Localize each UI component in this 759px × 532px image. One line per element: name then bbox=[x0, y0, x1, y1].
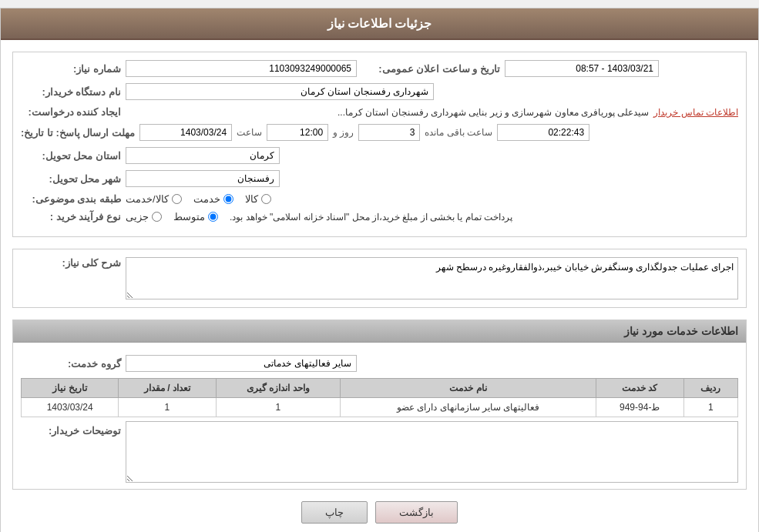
city-input[interactable] bbox=[126, 170, 280, 187]
purchase-type-row: نوع فرآیند خرید : جزیی متوسط پرداخت تمام… bbox=[21, 211, 738, 223]
buyer-notes-textarea[interactable] bbox=[126, 421, 738, 483]
action-buttons: بازگشت چاپ bbox=[12, 501, 747, 524]
print-button[interactable]: چاپ bbox=[301, 501, 368, 524]
need-description-textarea[interactable] bbox=[126, 257, 738, 299]
service-group-label: گروه خدمت: bbox=[21, 358, 121, 370]
announcement-value-input[interactable] bbox=[505, 60, 659, 77]
services-table: ردیف کد خدمت نام خدمت واحد اندازه گیری ت… bbox=[21, 378, 738, 417]
page-title: جزئیات اطلاعات نیاز bbox=[1, 8, 758, 40]
category-kala-label: کالا bbox=[245, 193, 258, 205]
category-kala-radio[interactable] bbox=[261, 194, 271, 204]
cell-unit: 1 bbox=[216, 398, 341, 417]
services-table-section: ردیف کد خدمت نام خدمت واحد اندازه گیری ت… bbox=[21, 378, 738, 417]
need-number-label: شماره نیاز: bbox=[21, 63, 121, 75]
deadline-label: مهلت ارسال پاسخ: تا تاریخ: bbox=[21, 127, 135, 139]
main-info-section: شماره نیاز: تاریخ و ساعت اعلان عمومی: نا… bbox=[12, 52, 747, 237]
category-khadamat-label: خدمت bbox=[193, 193, 220, 205]
services-section-title: اطلاعات خدمات مورد نیاز bbox=[13, 320, 746, 343]
need-description-section: شرح کلی نیاز: bbox=[12, 249, 747, 308]
service-group-input[interactable] bbox=[126, 355, 357, 372]
category-row: طبقه بندی موضوعی: کالا/خدمت خدمت کالا bbox=[21, 193, 738, 205]
province-row: استان محل تحویل: bbox=[21, 147, 738, 164]
cell-need-date: 1403/03/24 bbox=[22, 398, 119, 417]
content-area: شماره نیاز: تاریخ و ساعت اعلان عمومی: نا… bbox=[1, 40, 758, 532]
buyer-notes-section: توضیحات خریدار: bbox=[21, 421, 738, 483]
remaining-time-label: ساعت باقی مانده bbox=[425, 127, 492, 138]
buyer-name-input[interactable] bbox=[126, 83, 434, 100]
creator-link[interactable]: اطلاعات تماس خریدار bbox=[653, 107, 738, 118]
deadline-time-input[interactable] bbox=[267, 124, 328, 141]
creator-row: ایجاد کننده درخواست: سیدعلی پوریافری معا… bbox=[21, 106, 738, 118]
back-button[interactable]: بازگشت bbox=[375, 501, 458, 524]
col-service-code: کد خدمت bbox=[596, 379, 683, 398]
creator-label: ایجاد کننده درخواست: bbox=[21, 106, 121, 118]
purchase-motavaset-label: متوسط bbox=[173, 211, 205, 223]
need-number-input[interactable] bbox=[126, 60, 357, 77]
creator-value: سیدعلی پوریافری معاون شهرسازی و زیر بنای… bbox=[126, 107, 649, 118]
services-body: گروه خدمت: ردیف کد خدمت نام خدمت واحد ان… bbox=[13, 349, 746, 489]
main-info-body: شماره نیاز: تاریخ و ساعت اعلان عمومی: نا… bbox=[13, 52, 746, 236]
category-label: طبقه بندی موضوعی: bbox=[21, 193, 121, 205]
purchase-type-label: نوع فرآیند خرید : bbox=[21, 211, 121, 223]
purchase-type-group: جزیی متوسط پرداخت تمام یا بخشی از مبلغ خ… bbox=[126, 211, 738, 223]
deadline-days-label: روز و bbox=[333, 127, 354, 138]
announcement-row: شماره نیاز: تاریخ و ساعت اعلان عمومی: bbox=[21, 60, 738, 77]
buyer-name-label: نام دستگاه خریدار: bbox=[21, 86, 121, 98]
table-header-row: ردیف کد خدمت نام خدمت واحد اندازه گیری ت… bbox=[22, 379, 738, 398]
announcement-label: تاریخ و ساعت اعلان عمومی: bbox=[361, 63, 500, 75]
purchase-jozi-item: جزیی bbox=[126, 211, 162, 223]
city-row: شهر محل تحویل: bbox=[21, 170, 738, 187]
deadline-time-label: ساعت bbox=[237, 127, 262, 138]
need-description-label: شرح کلی نیاز: bbox=[21, 257, 121, 269]
service-group-row: گروه خدمت: bbox=[21, 355, 738, 372]
category-radio-group: کالا/خدمت خدمت کالا bbox=[126, 193, 271, 205]
purchase-jozi-label: جزیی bbox=[126, 211, 149, 223]
province-input[interactable] bbox=[126, 147, 280, 164]
category-kala-khadamat-item: کالا/خدمت bbox=[126, 193, 182, 205]
cell-service-code: ط-94-949 bbox=[596, 398, 683, 417]
category-khadamat-item: خدمت bbox=[193, 193, 233, 205]
category-kala-item: کالا bbox=[245, 193, 271, 205]
cell-service-name: فعالیتهای سایر سازمانهای دارای عضو bbox=[341, 398, 596, 417]
cell-quantity: 1 bbox=[119, 398, 216, 417]
category-kala-khadamat-radio[interactable] bbox=[172, 194, 182, 204]
province-label: استان محل تحویل: bbox=[21, 150, 121, 162]
deadline-date-input[interactable] bbox=[139, 124, 232, 141]
col-need-date: تاریخ نیاز bbox=[22, 379, 119, 398]
cell-row-num: 1 bbox=[683, 398, 737, 417]
category-kala-khadamat-label: کالا/خدمت bbox=[126, 193, 169, 205]
purchase-motavaset-radio[interactable] bbox=[208, 212, 218, 222]
col-quantity: تعداد / مقدار bbox=[119, 379, 216, 398]
col-unit: واحد اندازه گیری bbox=[216, 379, 341, 398]
purchase-jozi-radio[interactable] bbox=[152, 212, 162, 222]
col-service-name: نام خدمت bbox=[341, 379, 596, 398]
deadline-days-input[interactable] bbox=[358, 124, 420, 141]
purchase-note: پرداخت تمام یا بخشی از مبلغ خرید،از محل … bbox=[230, 212, 512, 223]
need-description-body: شرح کلی نیاز: bbox=[13, 249, 746, 307]
category-khadamat-radio[interactable] bbox=[223, 194, 233, 204]
deadline-row: مهلت ارسال پاسخ: تا تاریخ: ساعت روز و سا… bbox=[21, 124, 738, 141]
services-section: اطلاعات خدمات مورد نیاز گروه خدمت: ردیف … bbox=[12, 320, 747, 490]
deadline-fields: ساعت روز و ساعت باقی مانده bbox=[139, 124, 738, 141]
page-wrapper: جزئیات اطلاعات نیاز شماره نیاز: تاریخ و … bbox=[0, 8, 759, 532]
table-row: 1 ط-94-949 فعالیتهای سایر سازمانهای دارا… bbox=[22, 398, 738, 417]
buyer-name-row: نام دستگاه خریدار: bbox=[21, 83, 738, 100]
col-row-num: ردیف bbox=[683, 379, 737, 398]
city-label: شهر محل تحویل: bbox=[21, 173, 121, 185]
purchase-motavaset-item: متوسط bbox=[173, 211, 218, 223]
buyer-notes-label: توضیحات خریدار: bbox=[21, 421, 121, 437]
remaining-time-input[interactable] bbox=[497, 124, 589, 141]
